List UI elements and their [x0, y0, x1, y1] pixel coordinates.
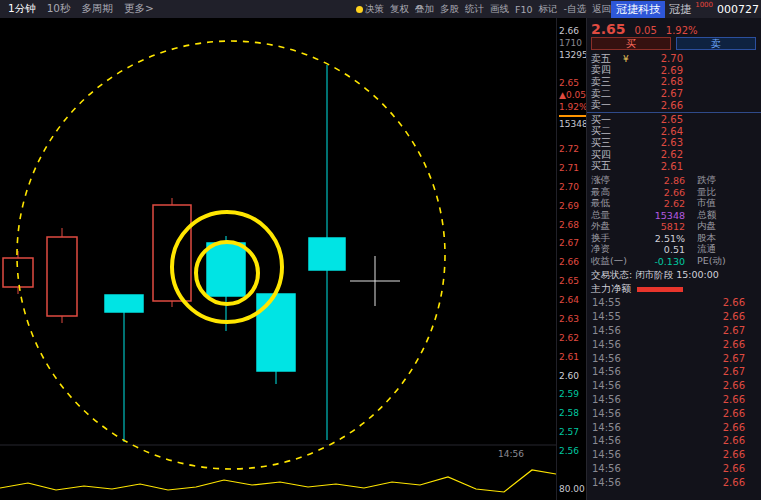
candlestick-chart[interactable]: 14:56	[0, 18, 556, 500]
tick-time: 14:56	[592, 325, 621, 336]
trading-app-window: 1分钟10秒多周期更多> 决策复权叠加多股统计画线F10标记-自选返回 冠捷科技…	[0, 0, 761, 500]
sell-button[interactable]: 卖	[676, 37, 756, 50]
tick-row: 14:562.66	[587, 448, 761, 462]
axis-tick: 2.58	[559, 408, 579, 418]
decision-button[interactable]: 决策	[356, 3, 384, 16]
tick-list[interactable]: 14:552.6614:552.6614:562.6714:562.6614:5…	[587, 296, 761, 500]
axis-change: ▲0.05	[559, 90, 586, 100]
tick-row: 14:562.67	[587, 324, 761, 338]
f10-button[interactable]: F10	[515, 4, 533, 15]
axis-last-price: 2.65	[559, 78, 579, 88]
tick-row: 14:562.66	[587, 475, 761, 489]
stat-value: 15348	[637, 210, 685, 221]
tick-price: 2.66	[723, 297, 745, 308]
tick-price: 2.66	[723, 477, 745, 488]
ask-label: 卖一	[591, 98, 623, 112]
axis-tick: 2.68	[559, 220, 579, 230]
draw-line-button[interactable]: 画线	[490, 3, 509, 16]
x-axis-time-label: 14:56	[498, 449, 524, 459]
price-change-pct: 1.92%	[666, 25, 698, 36]
indicator-axis-value: 80.00	[559, 484, 585, 494]
current-price-marker	[559, 115, 586, 117]
candle-body	[47, 237, 77, 316]
axis-value-2: 1710	[559, 38, 582, 48]
stat-value: 2.86	[637, 175, 685, 186]
tick-time: 14:56	[592, 463, 621, 474]
candle-body	[207, 243, 245, 296]
bid-price: 2.64	[633, 126, 683, 137]
candle-body	[105, 295, 143, 312]
tick-price: 2.67	[723, 353, 745, 364]
axis-change-pct: 1.92%	[559, 102, 588, 112]
tick-price: 2.67	[723, 325, 745, 336]
stock-header: 冠捷科技 冠捷 1000 000727	[611, 0, 759, 18]
tick-time: 14:55	[592, 297, 621, 308]
tick-row: 14:562.66	[587, 379, 761, 393]
bid-price: 2.63	[633, 137, 683, 148]
main-flow-bar	[637, 287, 683, 292]
ask-price: 2.69	[633, 65, 683, 76]
tick-price: 2.66	[723, 435, 745, 446]
mark-button[interactable]: 标记	[539, 3, 558, 16]
tick-row: 14:562.66	[587, 406, 761, 420]
stat-value: 2.66	[637, 187, 685, 198]
axis-tick: 2.66	[559, 257, 579, 267]
tick-price: 2.66	[723, 408, 745, 419]
tick-time: 14:55	[592, 311, 621, 322]
buy-button[interactable]: 买	[591, 37, 671, 50]
tick-time: 14:56	[592, 408, 621, 419]
period-10s[interactable]: 10秒	[47, 2, 71, 16]
back-button[interactable]: 返回	[592, 3, 611, 16]
bid-price: 2.62	[633, 149, 683, 160]
axis-tick: 2.62	[559, 333, 579, 343]
tick-row: 14:562.67	[587, 351, 761, 365]
tick-price: 2.66	[723, 311, 745, 322]
stock-stats-grid: 涨停2.86跌停最高2.66量比最低2.62市值总量15348总额外盘5812内…	[587, 175, 761, 267]
tick-row: 14:562.66	[587, 462, 761, 476]
stats-button[interactable]: 统计	[465, 3, 484, 16]
watchlist-button[interactable]: -自选	[564, 3, 586, 16]
tick-time: 14:56	[592, 366, 621, 377]
axis-value-3: 13295	[559, 50, 588, 60]
axis-value-1: 2.66	[559, 26, 579, 36]
stock-short-name: 冠捷	[669, 2, 691, 17]
period-multi[interactable]: 多周期	[82, 2, 114, 16]
ask-level-5[interactable]: 卖一2.66	[587, 99, 761, 111]
tick-row: 14:562.66	[587, 420, 761, 434]
stat-label: 收益(一)	[591, 255, 637, 268]
ask-price: 2.68	[633, 76, 683, 87]
ask-price: 2.66	[633, 100, 683, 111]
axis-tick: 2.70	[559, 182, 579, 192]
quote-panel: 2.65 0.05 1.92% 买 卖 卖五¥2.70卖四2.69卖三2.68卖…	[586, 18, 761, 500]
overlay-button[interactable]: 叠加	[415, 3, 434, 16]
period-1min[interactable]: 1分钟	[8, 2, 36, 16]
tick-time: 14:56	[592, 435, 621, 446]
tick-price: 2.66	[723, 449, 745, 460]
current-price-row: 2.65 0.05 1.92%	[587, 18, 761, 36]
axis-tick: 2.63	[559, 314, 579, 324]
adjust-button[interactable]: 复权	[390, 3, 409, 16]
axis-tick: 2.61	[559, 352, 579, 362]
axis-tick: 2.60	[559, 371, 579, 381]
candle-body	[309, 238, 345, 270]
ask-price: 2.70	[633, 53, 683, 64]
main-flow-label: 主力净额	[591, 282, 631, 296]
chart-canvas[interactable]	[0, 18, 556, 500]
multi-stock-button[interactable]: 多股	[440, 3, 459, 16]
main-flow-row: 主力净额	[587, 283, 761, 296]
bid-level-5[interactable]: 买五2.61	[587, 160, 761, 172]
tick-row: 14:562.66	[587, 337, 761, 351]
stat-row: 收益(一)-0.130PE(动)	[587, 255, 761, 267]
bid-price: 2.61	[633, 161, 683, 172]
stock-tab[interactable]: 冠捷科技	[611, 1, 665, 18]
axis-tick: 2.64	[559, 295, 579, 305]
period-more[interactable]: 更多>	[124, 2, 154, 16]
tick-time: 14:56	[592, 380, 621, 391]
price-change: 0.05	[635, 25, 657, 36]
buy-sell-row: 买 卖	[587, 36, 761, 53]
toolbar-buttons: 决策复权叠加多股统计画线F10标记-自选返回	[356, 0, 611, 18]
tick-price: 2.67	[723, 366, 745, 377]
axis-tick: 2.65	[559, 276, 579, 286]
stat-label: PE(动)	[697, 255, 726, 268]
tick-price: 2.66	[723, 394, 745, 405]
